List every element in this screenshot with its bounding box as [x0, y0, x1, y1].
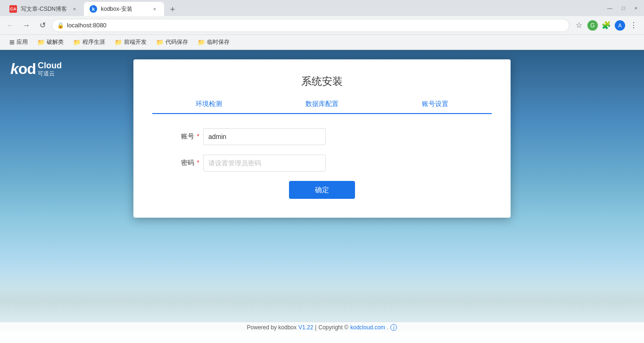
reload-button[interactable]: ↺ — [36, 19, 49, 32]
footer-separator: | — [315, 324, 316, 331]
bookmark-code-save[interactable]: 📁 代码保存 — [152, 37, 192, 48]
account-form-group: 账号 * — [152, 128, 492, 145]
password-input[interactable] — [203, 155, 326, 172]
chrome-extension-1[interactable]: G — [587, 20, 598, 31]
bookmark-apps-label: 应用 — [17, 38, 28, 46]
bookmark-chengshu-label: 程序生涯 — [83, 38, 105, 46]
folder-codesave-icon: 📁 — [156, 39, 164, 46]
footer-info-icon[interactable]: i — [390, 324, 397, 331]
tab-favicon-csdn: CA — [9, 5, 17, 13]
close-window-button[interactable]: × — [632, 4, 640, 12]
folder-pojie-icon: 📁 — [37, 39, 45, 46]
tab-group: CA 写文章-CSDN博客 × k kodbox-安装 × + — [4, 0, 604, 16]
page-content: kod Cloud 可道云 系统安装 环境检测 数据库配置 账号设置 账号 * — [0, 50, 644, 333]
footer-copyright: Copyright © — [318, 324, 348, 331]
footer-version: V1.22 — [298, 324, 313, 331]
password-form-group: 密码 * — [152, 155, 492, 172]
folder-tempsave-icon: 📁 — [198, 39, 205, 46]
tab-close-csdn[interactable]: × — [71, 5, 78, 13]
browser-toolbar: ← → ↺ 🔒 localhost:8080 ☆ G 🧩 A ⋮ — [0, 16, 644, 35]
account-required: * — [197, 132, 199, 140]
new-tab-button[interactable]: + — [166, 3, 179, 16]
bookmark-pojie-label: 破解类 — [47, 38, 64, 46]
bookmark-temp-save[interactable]: 📁 临时保存 — [194, 37, 233, 48]
step-database[interactable]: 数据库配置 — [265, 100, 379, 114]
install-steps: 环境检测 数据库配置 账号设置 — [152, 100, 492, 114]
tab-title-csdn: 写文章-CSDN博客 — [21, 5, 67, 13]
password-label: 密码 * — [171, 159, 199, 167]
bookmark-pojie[interactable]: 📁 破解类 — [33, 37, 67, 48]
bookmark-frontend[interactable]: 📁 前端开发 — [111, 37, 150, 48]
window-controls: — □ × — [604, 4, 640, 12]
minimize-button[interactable]: — — [604, 4, 615, 12]
profile-button[interactable]: A — [615, 20, 625, 31]
kodcloud-logo: kod Cloud 可道云 — [10, 60, 62, 78]
apps-grid-icon: ⊞ — [9, 39, 15, 46]
folder-frontend-icon: 📁 — [115, 39, 122, 46]
cloud-label: Cloud 可道云 — [38, 61, 62, 77]
footer-powered-by: Powered by kodbox — [247, 324, 297, 331]
install-dialog: 系统安装 环境检测 数据库配置 账号设置 账号 * 密码 * — [133, 59, 511, 218]
forward-button[interactable]: → — [20, 19, 33, 32]
bookmarks-bar: ⊞ 应用 📁 破解类 📁 程序生涯 📁 前端开发 📁 代码保存 📁 临时保存 — [0, 35, 644, 50]
password-required: * — [197, 159, 199, 166]
account-label: 账号 * — [171, 132, 199, 141]
tab-kodbox[interactable]: k kodbox-安装 × — [84, 2, 164, 16]
menu-button[interactable]: ⋮ — [627, 19, 640, 32]
address-bar[interactable]: 🔒 localhost:8080 — [52, 19, 570, 32]
mountain-background — [0, 257, 644, 333]
back-button[interactable]: ← — [4, 19, 17, 32]
tab-close-kodbox[interactable]: × — [151, 5, 158, 13]
account-input[interactable] — [203, 128, 326, 145]
tab-favicon-kodbox: k — [90, 5, 97, 13]
address-text: localhost:8080 — [67, 22, 564, 29]
folder-chengshu-icon: 📁 — [73, 39, 81, 46]
step-account[interactable]: 账号设置 — [379, 100, 492, 114]
step-environment[interactable]: 环境检测 — [152, 100, 265, 114]
cloud-word: Cloud — [38, 61, 62, 71]
page-footer: Powered by kodbox V1.22 | Copyright © ko… — [0, 322, 644, 333]
bookmark-chengshu[interactable]: 📁 程序生涯 — [69, 37, 109, 48]
maximize-button[interactable]: □ — [619, 4, 628, 12]
bookmark-frontend-label: 前端开发 — [124, 38, 147, 46]
cloud-sub: 可道云 — [38, 71, 62, 77]
toolbar-icons: ☆ G 🧩 A ⋮ — [572, 19, 640, 32]
footer-domain-link[interactable]: kodcloud.com — [350, 324, 385, 331]
dialog-title: 系统安装 — [152, 74, 492, 89]
tab-csdn[interactable]: CA 写文章-CSDN博客 × — [4, 2, 84, 16]
bookmark-star-button[interactable]: ☆ — [572, 19, 586, 32]
bookmark-apps[interactable]: ⊞ 应用 — [6, 37, 32, 48]
kod-text: kod — [10, 60, 36, 78]
browser-titlebar: CA 写文章-CSDN博客 × k kodbox-安装 × + — □ × — [0, 0, 644, 16]
bookmark-temp-save-label: 临时保存 — [207, 38, 230, 46]
security-icon: 🔒 — [57, 22, 64, 29]
extensions-button[interactable]: 🧩 — [600, 19, 613, 32]
tab-title-kodbox: kodbox-安装 — [101, 5, 147, 13]
bookmark-code-save-label: 代码保存 — [165, 38, 188, 46]
confirm-button[interactable]: 确定 — [289, 181, 355, 199]
